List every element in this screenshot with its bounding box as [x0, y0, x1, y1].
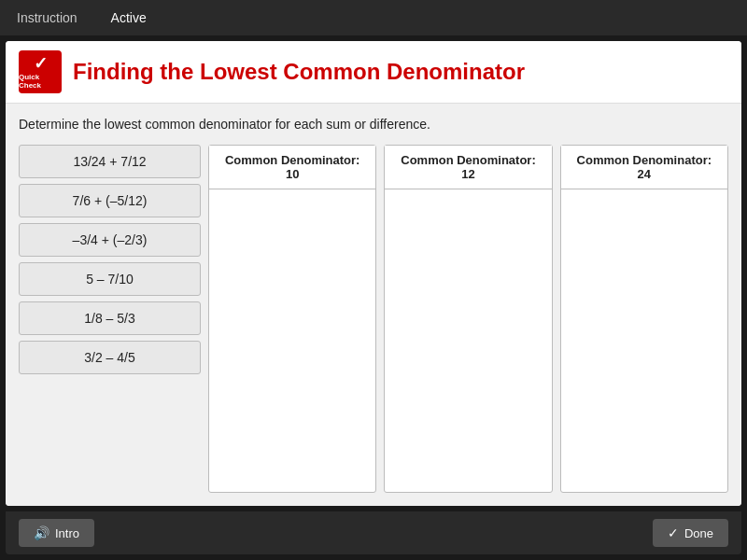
- drop-column-header: Common Denominator: 24: [561, 146, 727, 189]
- fraction-card[interactable]: 1/8 – 5/3: [19, 301, 201, 335]
- fraction-card[interactable]: 5 – 7/10: [19, 262, 201, 296]
- done-button[interactable]: Done: [653, 519, 728, 547]
- intro-button[interactable]: Intro: [19, 519, 94, 547]
- fraction-card[interactable]: 3/2 – 4/5: [19, 341, 201, 374]
- drag-area: 13/24 + 7/127/6 + (–5/12)–3/4 + (–2/3)5 …: [19, 145, 728, 493]
- drop-column-body[interactable]: [209, 189, 375, 492]
- done-label: Done: [684, 526, 713, 540]
- bottom-bar: Intro Done: [6, 511, 741, 554]
- drop-columns: Common Denominator: 10Common Denominator…: [208, 145, 728, 493]
- intro-label: Intro: [55, 526, 79, 540]
- drop-column-body[interactable]: [561, 189, 727, 492]
- check-icon: ✓: [34, 55, 48, 72]
- drop-column-header: Common Denominator: 12: [385, 146, 551, 189]
- drop-column[interactable]: Common Denominator: 12: [384, 145, 552, 493]
- nav-item-active[interactable]: Active: [104, 7, 154, 29]
- fraction-card[interactable]: 7/6 + (–5/12): [19, 184, 201, 217]
- content-header: ✓ Quick Check Finding the Lowest Common …: [6, 41, 741, 104]
- drop-column[interactable]: Common Denominator: 10: [208, 145, 376, 493]
- drop-column-body[interactable]: [385, 189, 551, 492]
- instructions-text: Determine the lowest common denominator …: [19, 117, 728, 132]
- nav-item-instruction[interactable]: Instruction: [9, 7, 85, 29]
- drop-column-header: Common Denominator: 10: [209, 146, 375, 189]
- quick-check-label: Quick Check: [19, 73, 62, 90]
- page-title: Finding the Lowest Common Denominator: [73, 59, 525, 85]
- fraction-card[interactable]: 13/24 + 7/12: [19, 145, 201, 178]
- done-check-icon: [668, 525, 679, 540]
- quick-check-icon: ✓ Quick Check: [19, 50, 62, 93]
- drop-column[interactable]: Common Denominator: 24: [560, 145, 728, 493]
- fraction-card[interactable]: –3/4 + (–2/3): [19, 223, 201, 257]
- speaker-icon: [34, 525, 49, 540]
- fraction-cards-column: 13/24 + 7/127/6 + (–5/12)–3/4 + (–2/3)5 …: [19, 145, 201, 493]
- main-area: ✓ Quick Check Finding the Lowest Common …: [6, 41, 741, 506]
- content-body: Determine the lowest common denominator …: [6, 104, 741, 506]
- top-nav: InstructionActive: [0, 0, 747, 35]
